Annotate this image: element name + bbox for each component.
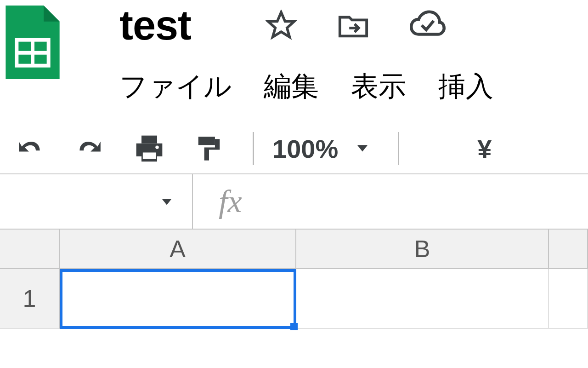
chevron-down-icon: [355, 140, 370, 157]
column-header-c[interactable]: [549, 230, 588, 268]
column-header-b[interactable]: B: [296, 230, 549, 268]
header: ファイル 編集 表示 挿入: [0, 0, 588, 105]
table-row: 1: [0, 269, 588, 329]
zoom-dropdown[interactable]: 100%: [272, 134, 370, 164]
undo-button[interactable]: [9, 135, 51, 162]
move-folder-icon[interactable]: [337, 9, 369, 41]
menu-view[interactable]: 表示: [351, 68, 406, 105]
svg-rect-7: [198, 137, 215, 145]
star-icon[interactable]: [266, 10, 297, 41]
sheets-logo-icon[interactable]: [6, 6, 60, 79]
cell-b1[interactable]: [296, 269, 549, 329]
menu-edit[interactable]: 編集: [264, 68, 319, 105]
chevron-down-icon: [160, 195, 174, 208]
title-row: [119, 5, 493, 46]
row-header-1[interactable]: 1: [0, 269, 60, 329]
svg-rect-5: [143, 153, 156, 159]
cell-a1[interactable]: [60, 269, 296, 329]
menu-insert[interactable]: 挿入: [438, 68, 493, 105]
fx-label: fx: [219, 183, 242, 220]
name-box-dropdown[interactable]: [0, 174, 193, 229]
svg-point-6: [155, 145, 158, 149]
svg-marker-3: [268, 12, 294, 37]
formula-bar: fx: [0, 174, 588, 230]
toolbar: 100% ¥: [0, 124, 588, 174]
column-headers: A B: [0, 230, 588, 269]
redo-button[interactable]: [69, 135, 110, 162]
print-button[interactable]: [129, 135, 170, 162]
cloud-check-icon[interactable]: [410, 7, 446, 43]
currency-format-button[interactable]: ¥: [477, 134, 492, 164]
toolbar-separator: [253, 132, 254, 165]
paint-format-button[interactable]: [188, 135, 230, 162]
column-header-a[interactable]: A: [60, 230, 296, 268]
menu-bar: ファイル 編集 表示 挿入: [119, 68, 493, 105]
menu-file[interactable]: ファイル: [119, 68, 232, 105]
cell-c1[interactable]: [549, 269, 588, 329]
formula-input[interactable]: [242, 188, 588, 215]
zoom-value: 100%: [272, 134, 338, 164]
svg-rect-4: [141, 136, 157, 144]
toolbar-separator: [398, 132, 399, 165]
document-title-input[interactable]: [119, 2, 225, 49]
spreadsheet-grid: A B 1: [0, 230, 588, 329]
select-all-corner[interactable]: [0, 230, 60, 268]
